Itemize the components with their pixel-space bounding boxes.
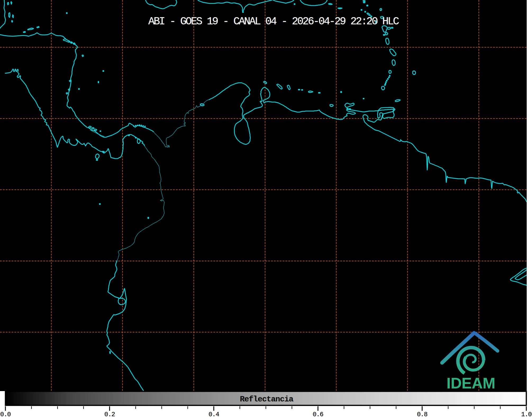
svg-text:Reflectancia: Reflectancia <box>240 395 294 404</box>
svg-text:0.4: 0.4 <box>208 411 219 417</box>
svg-text:IDEAM: IDEAM <box>447 374 495 392</box>
svg-text:0.2: 0.2 <box>104 411 115 417</box>
svg-text:1.0: 1.0 <box>521 411 532 417</box>
svg-text:0.6: 0.6 <box>313 411 323 417</box>
svg-text:0.8: 0.8 <box>417 411 428 417</box>
svg-text:ABI - GOES 19 - CANAL 04 - 202: ABI - GOES 19 - CANAL 04 - 2026-04-29 22… <box>148 16 399 28</box>
svg-text:0.0: 0.0 <box>0 411 11 417</box>
